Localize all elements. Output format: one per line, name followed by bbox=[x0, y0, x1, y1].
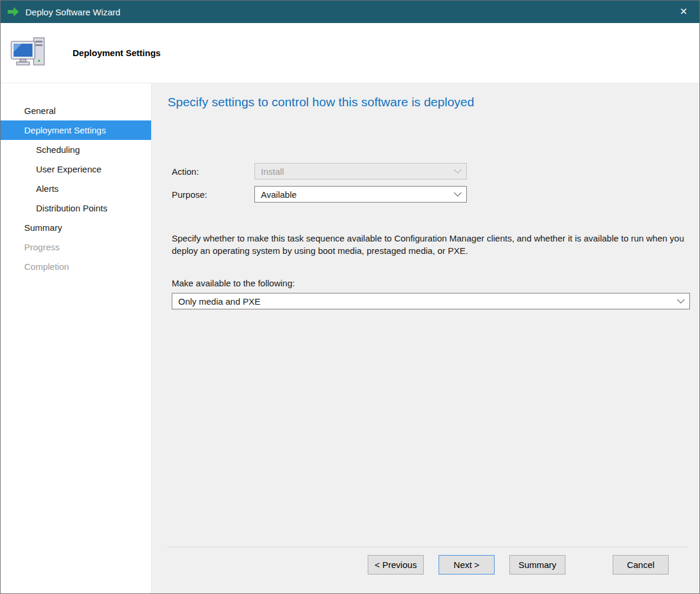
nav-summary[interactable]: Summary bbox=[1, 218, 151, 237]
make-available-label: Make available to the following: bbox=[172, 278, 295, 288]
page-title: Deployment Settings bbox=[73, 48, 161, 58]
content-heading: Specify settings to control how this sof… bbox=[168, 95, 474, 109]
purpose-value: Available bbox=[261, 190, 455, 200]
chevron-down-icon bbox=[454, 166, 462, 174]
computer-icon bbox=[10, 34, 48, 72]
nav-deployment-settings[interactable]: Deployment Settings bbox=[1, 120, 151, 140]
action-field-row: Action: Install bbox=[172, 163, 467, 179]
nav-completion: Completion bbox=[1, 257, 151, 276]
description-text: Specify whether to make this task sequen… bbox=[172, 232, 694, 257]
nav-scheduling[interactable]: Scheduling bbox=[1, 140, 151, 159]
footer-divider bbox=[168, 547, 688, 547]
make-available-value: Only media and PXE bbox=[178, 296, 678, 306]
wizard-header: Deployment Settings bbox=[1, 23, 699, 83]
nav-user-experience[interactable]: User Experience bbox=[1, 159, 151, 179]
purpose-dropdown[interactable]: Available bbox=[254, 186, 467, 203]
wizard-content: Specify settings to control how this sof… bbox=[152, 83, 699, 593]
next-button[interactable]: Next > bbox=[439, 555, 495, 575]
chevron-down-icon bbox=[677, 296, 685, 303]
action-value: Install bbox=[261, 167, 455, 177]
nav-progress: Progress bbox=[1, 237, 151, 257]
nav-distribution-points[interactable]: Distribution Points bbox=[1, 198, 151, 218]
nav-alerts[interactable]: Alerts bbox=[1, 179, 151, 198]
window-title: Deploy Software Wizard bbox=[25, 7, 120, 17]
chevron-down-icon bbox=[454, 189, 462, 197]
action-label: Action: bbox=[172, 167, 254, 177]
wizard-nav: General Deployment Settings Scheduling U… bbox=[1, 83, 152, 593]
wizard-arrow-icon bbox=[8, 7, 19, 17]
purpose-label: Purpose: bbox=[172, 190, 254, 200]
titlebar: Deploy Software Wizard ✕ bbox=[1, 1, 699, 23]
cancel-button[interactable]: Cancel bbox=[613, 555, 669, 575]
purpose-field-row: Purpose: Available bbox=[172, 186, 467, 203]
close-icon[interactable]: ✕ bbox=[675, 5, 692, 19]
previous-button[interactable]: < Previous bbox=[368, 555, 424, 575]
summary-button[interactable]: Summary bbox=[509, 555, 565, 575]
make-available-dropdown[interactable]: Only media and PXE bbox=[172, 293, 690, 309]
deploy-software-wizard-window: Deploy Software Wizard ✕ Deployment Sett… bbox=[0, 0, 700, 594]
nav-general[interactable]: General bbox=[1, 101, 151, 120]
action-dropdown: Install bbox=[254, 163, 467, 179]
